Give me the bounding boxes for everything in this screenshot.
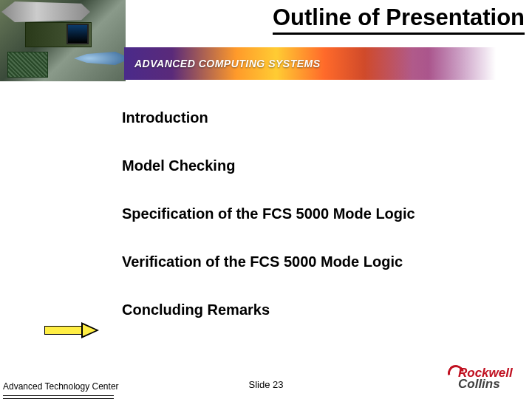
outline-item: Specification of the FCS 5000 Mode Logic bbox=[122, 205, 517, 222]
outline-item: Concluding Remarks bbox=[122, 301, 517, 318]
logo-text-bottom: Collins bbox=[458, 378, 525, 390]
footer: Advanced Technology Center Slide 23 Rock… bbox=[0, 369, 532, 399]
circuit-board-icon bbox=[7, 52, 48, 78]
header-area: Outline of Presentation ADVANCED COMPUTI… bbox=[0, 0, 532, 81]
outline-item: Model Checking bbox=[122, 157, 517, 174]
pointer-arrow-icon bbox=[44, 323, 102, 338]
header-collage-image bbox=[0, 0, 126, 81]
outline-list: Introduction Model Checking Specificatio… bbox=[122, 109, 517, 349]
outline-item: Introduction bbox=[122, 109, 517, 126]
slide-number: Slide 23 bbox=[249, 379, 284, 390]
banner: ADVANCED COMPUTING SYSTEMS bbox=[124, 47, 525, 80]
slide-title: Outline of Presentation bbox=[273, 4, 525, 35]
outline-item: Verification of the FCS 5000 Mode Logic bbox=[122, 253, 517, 270]
banner-text: ADVANCED COMPUTING SYSTEMS bbox=[134, 58, 321, 69]
display-screen-icon bbox=[66, 24, 89, 44]
airplane-icon bbox=[74, 47, 126, 69]
company-logo: Rockwell Collins bbox=[458, 366, 525, 396]
footer-left-text: Advanced Technology Center bbox=[3, 381, 119, 392]
missile-icon bbox=[1, 1, 90, 22]
